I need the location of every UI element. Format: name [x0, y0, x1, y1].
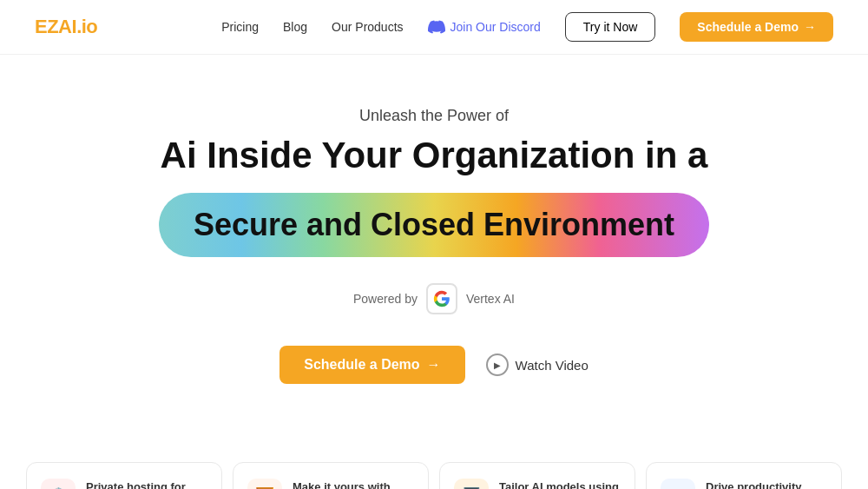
feature-card-tailor: 🗄️ Tailor AI models using your own data. [439, 462, 635, 489]
play-icon: ▶ [486, 354, 509, 376]
data-icon: 🗄️ [454, 479, 489, 489]
nav-pricing[interactable]: Pricing [221, 20, 259, 34]
discord-icon [428, 18, 445, 36]
feature-title-automation: Drive productivity gains [706, 480, 802, 489]
header: EZAI.io Pricing Blog Our Products Join O… [0, 0, 868, 55]
feature-cards: 🛡️ Private hosting for increased data se… [0, 462, 868, 489]
google-logo-icon [433, 290, 450, 307]
try-it-now-button[interactable]: Try it Now [565, 12, 655, 42]
code-icon: </> [661, 479, 695, 489]
feature-card-labeling: 🖼️ Make it yours with White Labeling [233, 462, 429, 489]
feature-title-labeling: Make it yours with [293, 480, 391, 489]
schedule-demo-hero-label: Schedule a Demo [304, 357, 419, 373]
hero-subtitle: Unleash the Power of [35, 107, 833, 125]
shield-icon: 🛡️ [41, 479, 76, 489]
powered-product-label: Vertex AI [466, 292, 515, 306]
schedule-demo-hero-arrow: → [427, 357, 441, 373]
feature-title-hosting: Private hosting for [86, 480, 186, 489]
feature-card-automation: </> Drive productivity gains with proces… [646, 462, 842, 489]
nav: Pricing Blog Our Products Join Our Disco… [221, 12, 833, 42]
nav-discord[interactable]: Join Our Discord [428, 18, 541, 36]
feature-card-hosting: 🛡️ Private hosting for increased data se… [26, 462, 222, 489]
feature-text-tailor: Tailor AI models using your own data. [499, 479, 619, 489]
nav-blog[interactable]: Blog [283, 20, 307, 34]
schedule-demo-header-button[interactable]: Schedule a Demo → [680, 12, 833, 42]
hero-gradient-pill: Secure and Closed Environment [159, 193, 709, 257]
schedule-demo-header-label: Schedule a Demo [697, 20, 799, 34]
watch-video-label: Watch Video [516, 358, 589, 373]
hero-section: Unleash the Power of Ai Inside Your Orga… [0, 55, 868, 462]
schedule-demo-header-arrow: → [804, 20, 816, 34]
hero-title: Ai Inside Your Organization in a [35, 134, 833, 177]
powered-by-label: Powered by [353, 292, 418, 306]
logo: EZAI.io [35, 16, 97, 38]
feature-text-labeling: Make it yours with White Labeling [293, 479, 391, 489]
feature-title-tailor: Tailor AI models using [499, 480, 619, 489]
nav-our-products[interactable]: Our Products [332, 20, 403, 34]
discord-label: Join Our Discord [450, 20, 541, 34]
logo-text: EZAI [35, 16, 76, 37]
powered-by: Powered by Vertex AI [35, 283, 833, 314]
logo-suffix: .io [76, 16, 97, 37]
feature-text-automation: Drive productivity gains with process au… [706, 479, 827, 489]
watch-video-button[interactable]: ▶ Watch Video [486, 354, 589, 376]
google-icon [426, 283, 457, 314]
schedule-demo-hero-button[interactable]: Schedule a Demo → [279, 346, 464, 384]
hero-actions: Schedule a Demo → ▶ Watch Video [35, 346, 833, 384]
label-icon: 🖼️ [247, 479, 282, 489]
feature-text-hosting: Private hosting for increased data secur… [86, 479, 202, 489]
